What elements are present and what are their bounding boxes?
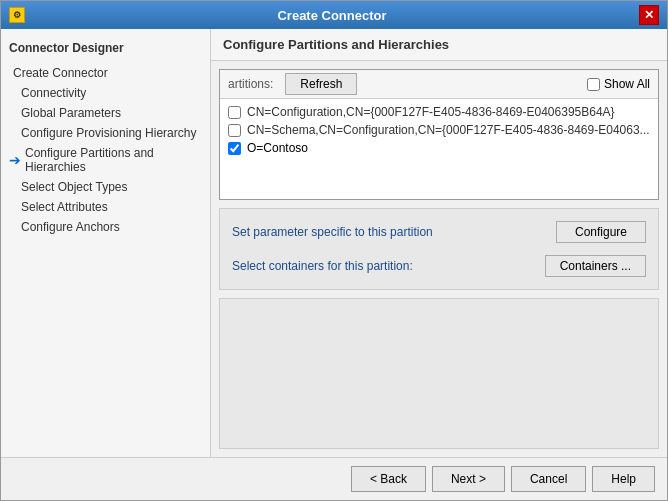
partition-label-1: CN=Configuration,CN={000F127F-E405-4836-… [247,105,615,119]
sidebar-item-select-attributes[interactable]: Select Attributes [1,197,210,217]
sidebar-item-label: Connectivity [21,86,86,100]
sidebar-item-label: Select Object Types [21,180,128,194]
main-window: ⚙ Create Connector ✕ Connector Designer … [0,0,668,501]
back-button[interactable]: < Back [351,466,426,492]
content-area: Connector Designer Create Connector Conn… [1,29,667,457]
footer: < Back Next > Cancel Help [1,457,667,500]
set-parameter-row: Set parameter specific to this partition… [232,221,646,243]
configure-button[interactable]: Configure [556,221,646,243]
sidebar-item-label: Create Connector [13,66,108,80]
cancel-button[interactable]: Cancel [511,466,586,492]
sidebar-item-connectivity[interactable]: Connectivity [1,83,210,103]
sidebar-item-label: Configure Partitions and Hierarchies [25,146,198,174]
set-parameter-label: Set parameter specific to this partition [232,225,433,239]
partition-checkbox-1[interactable] [228,106,241,119]
partition-list: CN=Configuration,CN={000F127F-E405-4836-… [220,99,658,199]
app-icon: ⚙ [9,7,25,23]
refresh-button[interactable]: Refresh [285,73,357,95]
sidebar-item-configure-provisioning-hierarchy[interactable]: Configure Provisioning Hierarchy [1,123,210,143]
sidebar-header: Connector Designer [1,37,210,59]
sidebar-item-label: Global Parameters [21,106,121,120]
show-all-area: Show All [587,77,658,91]
arrow-icon: ➔ [9,152,21,168]
sidebar-item-label: Select Attributes [21,200,108,214]
partitions-box: artitions: Refresh Show All CN=Configura… [219,69,659,200]
show-all-label: Show All [604,77,650,91]
main-panel: Configure Partitions and Hierarchies art… [211,29,667,457]
window-title: Create Connector [25,8,639,23]
panel-header: Configure Partitions and Hierarchies [211,29,667,61]
containers-button[interactable]: Containers ... [545,255,646,277]
panel-content: artitions: Refresh Show All CN=Configura… [211,61,667,457]
partition-item: O=Contoso [224,139,654,157]
settings-area: Set parameter specific to this partition… [219,208,659,290]
sidebar-item-configure-anchors[interactable]: Configure Anchors [1,217,210,237]
sidebar-item-create-connector[interactable]: Create Connector [1,63,210,83]
select-containers-label: Select containers for this partition: [232,259,413,273]
title-bar: ⚙ Create Connector ✕ [1,1,667,29]
partition-item: CN=Configuration,CN={000F127F-E405-4836-… [224,103,654,121]
partition-checkbox-2[interactable] [228,124,241,137]
help-button[interactable]: Help [592,466,655,492]
partitions-label: artitions: [220,73,281,95]
sidebar: Connector Designer Create Connector Conn… [1,29,211,457]
close-button[interactable]: ✕ [639,5,659,25]
select-containers-row: Select containers for this partition: Co… [232,255,646,277]
partition-item: CN=Schema,CN=Configuration,CN={000F127F-… [224,121,654,139]
partitions-toolbar: artitions: Refresh Show All [220,70,658,99]
sidebar-item-select-object-types[interactable]: Select Object Types [1,177,210,197]
empty-area [219,298,659,449]
next-button[interactable]: Next > [432,466,505,492]
partition-label-3: O=Contoso [247,141,308,155]
sidebar-item-label: Configure Provisioning Hierarchy [21,126,196,140]
sidebar-item-configure-partitions[interactable]: ➔ Configure Partitions and Hierarchies [1,143,210,177]
partition-checkbox-3[interactable] [228,142,241,155]
show-all-checkbox[interactable] [587,78,600,91]
partition-label-2: CN=Schema,CN=Configuration,CN={000F127F-… [247,123,650,137]
sidebar-item-global-parameters[interactable]: Global Parameters [1,103,210,123]
sidebar-item-label: Configure Anchors [21,220,120,234]
